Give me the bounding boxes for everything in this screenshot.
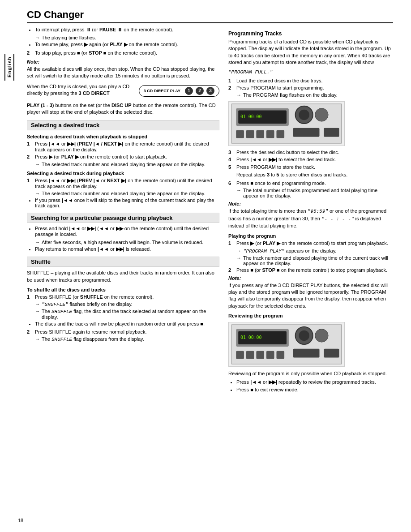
shuffle-arrow-1: → "SHUFFLE" flashes briefly on the displ… (35, 301, 219, 307)
playback-bullets: If you press |◄◄ once it will skip to th… (35, 197, 219, 208)
prog-item-3: 3 Press the desired disc button to selec… (228, 150, 393, 155)
reviewing-bullets: Press |◄◄ or ▶▶| repeatedly to review th… (236, 379, 393, 392)
arrow-icon: → (35, 301, 40, 307)
playing-prog-header: Playing the program (228, 233, 393, 239)
shuffle-item-2: 2 Press SHUFFLE again to resume normal p… (27, 329, 219, 335)
arrow-icon: → (236, 92, 241, 98)
searching-bullets: Press and hold |◄◄ or ▶▶| (◄◄ or ▶▶ on t… (35, 226, 219, 237)
playing-item-1: 1 Press ▶ (or PLAY ▶ on the remote contr… (228, 240, 393, 246)
svg-point-20 (315, 329, 328, 342)
shuffle-arrow-3: → The SHUFFLE flag disappears from the d… (35, 336, 219, 342)
shuffle-bullets: The discs and the tracks will now be pla… (35, 321, 219, 326)
prog-item-5: 5 Press PROGRAM to store the track. (228, 164, 393, 170)
selecting-track-header: Selecting a desired track (27, 120, 219, 130)
arrow-icon: → (236, 248, 241, 253)
svg-rect-22 (324, 349, 339, 358)
cd-direct-play-section: When the CD tray is closed, you can play… (27, 83, 219, 99)
svg-rect-7 (293, 128, 320, 137)
svg-rect-24 (246, 351, 254, 359)
svg-point-5 (299, 110, 309, 120)
note2-text: If the total playing time is more than "… (228, 208, 393, 229)
svg-rect-11 (256, 130, 264, 138)
prog-tracks-desc: Programming tracks of a loaded CD is pos… (228, 39, 393, 66)
playing-arrow-2: → The track number and elapsed playing t… (236, 255, 393, 266)
svg-text:01  00:00: 01 00:00 (240, 335, 261, 340)
left-column: To interrupt play, press ⏸ (or PAUSE ⏸ o… (27, 27, 219, 395)
page-title: CD Changer (27, 9, 393, 23)
shuffle-desc: SHUFFLE – playing all the available disc… (27, 270, 219, 283)
stopped-arrow: → The selected track number and elapsed … (35, 162, 219, 167)
svg-rect-13 (276, 130, 284, 138)
intro-bullet-2: To resume play, press ▶ again (or PLAY ▶… (35, 42, 219, 47)
shuffle-arrow-2: → The SHUFFLE flag, the disc and the tra… (35, 309, 219, 320)
svg-rect-26 (266, 351, 274, 359)
page-number: 18 (18, 518, 23, 523)
stopped-header: Selecting a desired track when playback … (27, 134, 219, 139)
prog-item-4: 4 Press |◄◄ or ▶▶| to select the desired… (228, 157, 393, 163)
cd-direct-play-buttons: 3 CD DIRECT PLAY 1 2 3 (139, 85, 219, 97)
side-label: English (4, 54, 14, 81)
svg-rect-10 (246, 130, 254, 138)
arrow-icon: → (236, 188, 241, 193)
prog-item-1: 1 Load the desired discs in the disc tra… (228, 78, 393, 83)
intro-bullets-2: To resume play, press ▶ again (or PLAY ▶… (35, 42, 219, 47)
shuffle-item-1: 1 Press SHUFFLE (or SHUFFLE on the remot… (27, 294, 219, 300)
intro-item-2: 2 To stop play, press ■ (or STOP ■ on th… (27, 50, 219, 56)
svg-rect-25 (256, 351, 264, 359)
prog-arrow-2: → The total number of tracks programmed … (236, 188, 393, 198)
arrow-icon: → (35, 240, 40, 245)
stopped-item-2: 2 Press ▶ (or PLAY ▶ on the remote contr… (27, 154, 219, 160)
intro-bullets: To interrupt play, press ⏸ (or PAUSE ⏸ o… (35, 27, 219, 32)
note3-text: If you press any of the 3 CD DIRECT PLAY… (228, 282, 393, 310)
playing-item-2: 2 Press ■ (or STOP ■ on the remote contr… (228, 267, 393, 273)
shuffle-all-header: To shuffle all the discs and tracks (27, 287, 219, 292)
arrow-icon: → (236, 255, 241, 261)
right-column: Programming Tracks Programming tracks of… (228, 27, 393, 395)
prog-full: "PROGRAM FULL." (228, 69, 393, 76)
reviewing-header: Reviewing the program (228, 313, 393, 318)
playback-item-1: 1 Press |◄◄ or ▶▶| (PREV |◄ or NEXT ▶| o… (27, 178, 219, 189)
intro-bullet-1: To interrupt play, press ⏸ (or PAUSE ⏸ o… (35, 27, 219, 32)
reviewing-desc: Reviewing of the program is only possibl… (228, 370, 393, 377)
note1: Note: All the available discs will play … (27, 59, 219, 80)
shuffle-header: Shuffle (27, 257, 219, 267)
svg-rect-23 (236, 351, 244, 359)
svg-rect-27 (276, 351, 284, 359)
arrow-icon: → (35, 309, 40, 314)
prog-tracks-header: Programming Tracks (228, 30, 393, 37)
searching-bullets-2: Play returns to normal when |◄◄ or ▶▶| i… (35, 246, 219, 252)
svg-rect-9 (236, 130, 244, 138)
svg-point-6 (315, 108, 328, 121)
arrow-icon: → (35, 35, 40, 40)
cd-btn-3[interactable]: 3 (206, 87, 214, 95)
playback-header: Selecting a desired track during playbac… (27, 171, 219, 176)
cd-btn-2[interactable]: 2 (196, 87, 204, 95)
arrow-icon: → (35, 162, 40, 167)
svg-point-19 (299, 330, 309, 341)
svg-text:01  00:00: 01 00:00 (240, 114, 261, 119)
cd-btn-1[interactable]: 1 (185, 87, 193, 95)
svg-rect-21 (293, 349, 320, 358)
searching-arrow-1: → After five seconds, a high speed searc… (35, 240, 219, 245)
searching-header: Searching for a particular passage durin… (27, 213, 219, 223)
playback-arrow-1: → The selected track number and elapsed … (35, 191, 219, 196)
note2-label: Note: (228, 201, 393, 206)
playing-arrow-1: → "PROGRAM PLAY" appears on the display. (236, 248, 393, 254)
prog-item-2: 2 Press PROGRAM to start programming. (228, 85, 393, 90)
prog-arrow-1: → The PROGRAM flag flashes on the displa… (236, 92, 393, 98)
main-content: To interrupt play, press ⏸ (or PAUSE ⏸ o… (27, 27, 393, 395)
arrow-icon: → (35, 336, 40, 342)
prog-item-6: 6 Press ■ once to end programming mode. (228, 180, 393, 186)
note3-label: Note: (228, 275, 393, 281)
display-image-2: 01 00:00 (228, 322, 345, 367)
intro-arrow-1: → The playing time flashes. (35, 35, 219, 40)
display-image-1: 01 00:00 (228, 101, 345, 146)
svg-rect-12 (266, 130, 274, 138)
arrow-icon: → (35, 191, 40, 196)
page: CD Changer English To interrupt play, pr… (0, 0, 411, 532)
stopped-item-1: 1 Press |◄◄ or ▶▶| (PREV |◄ / NEXT ▶| on… (27, 141, 219, 152)
svg-rect-8 (324, 128, 339, 137)
